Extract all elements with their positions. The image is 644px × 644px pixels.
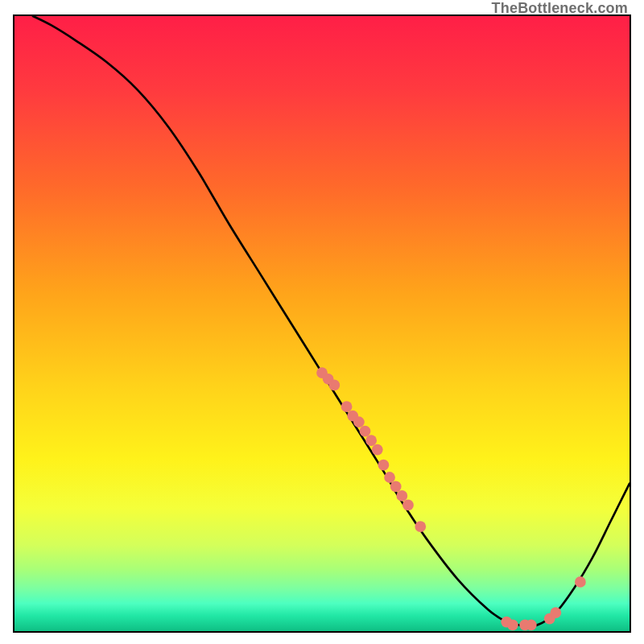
data-point (378, 460, 390, 471)
data-point (396, 490, 407, 502)
data-point (353, 416, 365, 427)
data-point (360, 426, 371, 437)
curve-layer (14, 16, 630, 631)
chart-frame: TheBottleneck.com (0, 0, 644, 644)
data-point (372, 444, 383, 456)
data-point (402, 500, 414, 511)
data-point (328, 380, 340, 391)
data-point (384, 472, 395, 483)
data-point (507, 619, 518, 630)
data-point (365, 435, 377, 446)
data-point (390, 481, 402, 493)
plot-area (13, 14, 631, 633)
data-point (526, 619, 537, 630)
data-point (341, 401, 353, 412)
highlighted-points (316, 367, 586, 630)
data-point (415, 521, 426, 532)
data-point (575, 576, 586, 588)
bottleneck-curve (33, 16, 630, 626)
data-point (550, 607, 561, 618)
